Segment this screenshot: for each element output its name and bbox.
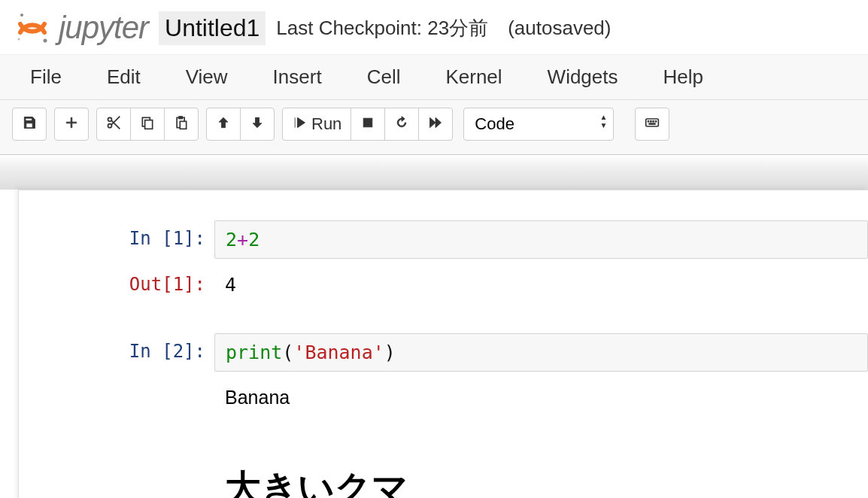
svg-rect-13 bbox=[651, 120, 652, 122]
svg-rect-10 bbox=[364, 118, 373, 127]
svg-point-2 bbox=[18, 38, 20, 41]
token-string: 'Banana' bbox=[293, 342, 384, 363]
copy-icon bbox=[140, 115, 155, 134]
paste-icon bbox=[174, 115, 189, 134]
stop-icon bbox=[360, 115, 375, 134]
svg-rect-11 bbox=[646, 119, 659, 126]
header: jupyter Untitled1 Last Checkpoint: 23分前 … bbox=[0, 0, 868, 54]
cell-type-value: Code bbox=[475, 114, 514, 134]
token-paren: ) bbox=[384, 342, 396, 363]
token-operator: + bbox=[237, 229, 248, 251]
cut-button[interactable] bbox=[96, 108, 131, 141]
empty-prompt bbox=[19, 446, 214, 454]
autosave-status: (autosaved) bbox=[508, 17, 611, 40]
token-number: 2 bbox=[226, 229, 237, 251]
svg-rect-14 bbox=[653, 120, 654, 122]
input-prompt: In [1]: bbox=[19, 220, 214, 249]
save-icon bbox=[22, 115, 37, 134]
run-label: Run bbox=[311, 114, 341, 134]
arrow-down-icon bbox=[250, 115, 265, 134]
token-paren: ( bbox=[282, 342, 293, 363]
code-input[interactable]: print('Banana') bbox=[214, 333, 868, 372]
token-builtin: print bbox=[226, 342, 282, 363]
fast-forward-icon bbox=[428, 115, 443, 134]
menu-cell[interactable]: Cell bbox=[367, 65, 401, 89]
output-row: Banana bbox=[19, 379, 868, 416]
logo[interactable]: jupyter bbox=[14, 9, 148, 47]
code-cell[interactable]: In [1]: 2+2 bbox=[19, 220, 868, 259]
notebook-title[interactable]: Untitled1 bbox=[159, 11, 266, 45]
svg-rect-6 bbox=[145, 120, 153, 129]
output-prompt: Out[1]: bbox=[19, 266, 214, 295]
copy-button[interactable] bbox=[130, 108, 165, 141]
notebook: In [1]: 2+2 Out[1]: 4 In [2]: print('Ban… bbox=[18, 190, 868, 498]
svg-rect-15 bbox=[656, 120, 657, 122]
svg-rect-8 bbox=[179, 116, 183, 118]
menu-file[interactable]: File bbox=[30, 65, 62, 89]
plus-icon bbox=[64, 115, 79, 134]
move-up-button[interactable] bbox=[206, 108, 241, 141]
scissors-icon bbox=[106, 115, 121, 134]
code-cell[interactable]: In [2]: print('Banana') bbox=[19, 333, 868, 372]
svg-point-1 bbox=[44, 39, 47, 43]
brand-text: jupyter bbox=[59, 10, 148, 46]
markdown-heading: 大きいクマ bbox=[214, 446, 868, 498]
save-button[interactable] bbox=[12, 108, 47, 141]
svg-rect-12 bbox=[648, 120, 650, 122]
svg-rect-16 bbox=[649, 123, 655, 124]
toolbar: Run Code ▲▼ bbox=[0, 100, 868, 155]
menu-help[interactable]: Help bbox=[663, 65, 703, 89]
restart-button[interactable] bbox=[384, 108, 419, 141]
checkpoint-status: Last Checkpoint: 23分前 bbox=[276, 15, 488, 41]
run-button[interactable]: Run bbox=[282, 108, 351, 141]
select-stepper-icon: ▲▼ bbox=[599, 113, 607, 129]
move-down-button[interactable] bbox=[240, 108, 275, 141]
run-group: Run bbox=[282, 108, 453, 141]
keyboard-icon bbox=[645, 115, 660, 134]
move-group bbox=[206, 108, 275, 141]
empty-prompt bbox=[19, 379, 214, 387]
cell-type-select[interactable]: Code ▲▼ bbox=[463, 108, 614, 141]
svg-rect-9 bbox=[180, 121, 186, 129]
menu-view[interactable]: View bbox=[186, 65, 228, 89]
token-number: 2 bbox=[248, 229, 259, 251]
toolbar-shadow bbox=[0, 155, 868, 190]
restart-run-all-button[interactable] bbox=[418, 108, 453, 141]
menu-widgets[interactable]: Widgets bbox=[548, 65, 618, 89]
menu-insert[interactable]: Insert bbox=[273, 65, 322, 89]
code-input[interactable]: 2+2 bbox=[214, 220, 868, 259]
execute-result: 4 bbox=[214, 266, 868, 303]
output-row: Out[1]: 4 bbox=[19, 266, 868, 303]
menubar: File Edit View Insert Cell Kernel Widget… bbox=[0, 54, 868, 100]
edit-group bbox=[96, 108, 199, 141]
paste-button[interactable] bbox=[164, 108, 199, 141]
stdout-output: Banana bbox=[214, 379, 868, 416]
input-prompt: In [2]: bbox=[19, 333, 214, 362]
svg-point-0 bbox=[20, 14, 23, 17]
restart-icon bbox=[394, 115, 409, 134]
markdown-cell[interactable]: 大きいクマ bbox=[19, 446, 868, 498]
run-icon bbox=[292, 115, 307, 134]
command-palette-button[interactable] bbox=[635, 108, 669, 141]
jupyter-planet-icon bbox=[14, 9, 51, 47]
menu-kernel[interactable]: Kernel bbox=[445, 65, 502, 89]
menu-edit[interactable]: Edit bbox=[107, 65, 141, 89]
insert-cell-below-button[interactable] bbox=[54, 108, 89, 141]
interrupt-button[interactable] bbox=[351, 108, 385, 141]
arrow-up-icon bbox=[216, 115, 231, 134]
